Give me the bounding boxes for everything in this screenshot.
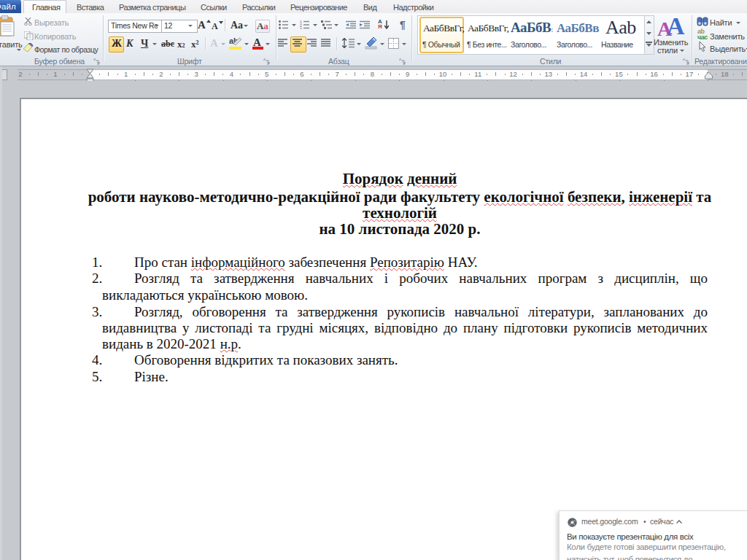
svg-text:3: 3 [300, 27, 302, 30]
